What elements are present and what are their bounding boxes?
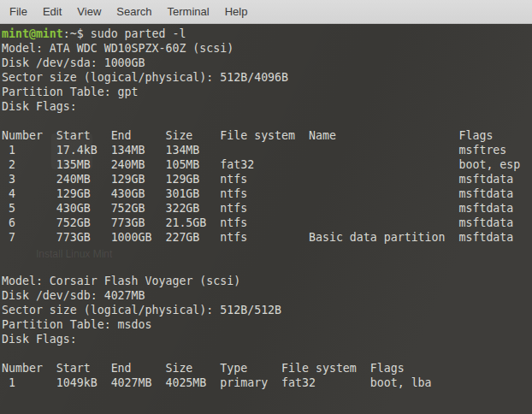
menu-search[interactable]: Search bbox=[109, 0, 159, 23]
disk1-partition-table: Partition Table: gpt bbox=[2, 85, 532, 99]
disk1-table-header: Number Start End Size File system Name F… bbox=[2, 128, 532, 143]
disk1-device: Disk /dev/sda: 1000GB bbox=[2, 56, 532, 70]
disk2-partition-table: Partition Table: msdos bbox=[2, 317, 532, 332]
menu-help[interactable]: Help bbox=[217, 0, 256, 23]
col-flags: Flags bbox=[458, 128, 493, 143]
blank-line bbox=[2, 114, 532, 128]
disk1-disk-flags: Disk Flags: bbox=[2, 99, 532, 114]
terminal-menubar: File Edit View Search Terminal Help bbox=[0, 0, 532, 24]
disk2-model: Model: Corsair Flash Voyager (scsi) bbox=[2, 274, 532, 288]
disk2-table-header: Number Start End Size Type File system F… bbox=[2, 361, 532, 376]
blank-line bbox=[2, 259, 532, 274]
prompt-line: mint@mint:~$ sudo parted -l bbox=[2, 27, 532, 41]
col-type: Type bbox=[220, 361, 247, 376]
col-end: End bbox=[111, 361, 132, 376]
table-row: 7 773GB 1000GB 227GB ntfs Basic data par… bbox=[2, 230, 532, 245]
col-file-system: File system bbox=[281, 361, 357, 376]
command-text: sudo parted -l bbox=[91, 27, 186, 40]
menu-view[interactable]: View bbox=[69, 0, 109, 23]
disk1-model: Model: ATA WDC WD10SPZX-60Z (scsi) bbox=[2, 41, 532, 56]
terminal-output-area[interactable]: Install Linux Mint mint@mint:~$ sudo par… bbox=[0, 24, 532, 414]
menu-edit[interactable]: Edit bbox=[35, 0, 69, 23]
table-row: 3 240MB 129GB 129GB ntfs msftdata bbox=[2, 172, 532, 186]
table-row: 5 430GB 752GB 322GB ntfs msftdata bbox=[2, 201, 532, 216]
col-end: End bbox=[111, 128, 132, 143]
blank-line bbox=[2, 346, 532, 361]
table-row: 1 17.4kB 134MB 134MB msftres bbox=[2, 143, 532, 157]
disk2-disk-flags: Disk Flags: bbox=[2, 332, 532, 346]
col-size: Size bbox=[165, 128, 192, 143]
table-row: 1 1049kB 4027MB 4025MB primary fat32 boo… bbox=[2, 376, 532, 390]
disk2-device: Disk /dev/sdb: 4027MB bbox=[2, 288, 532, 303]
col-name: Name bbox=[309, 128, 336, 143]
table-row: 2 135MB 240MB 105MB fat32 boot, esp bbox=[2, 157, 532, 172]
col-number: Number bbox=[2, 361, 43, 376]
prompt-suffix: :~$ bbox=[63, 27, 91, 40]
menu-file[interactable]: File bbox=[2, 0, 35, 23]
table-row: 6 752GB 773GB 21.5GB ntfs msftdata bbox=[2, 216, 532, 230]
prompt-user-host: mint@mint bbox=[2, 27, 63, 40]
col-start: Start bbox=[56, 361, 91, 376]
blank-line bbox=[2, 245, 532, 259]
menu-terminal[interactable]: Terminal bbox=[160, 0, 217, 23]
col-file-system: File system bbox=[220, 128, 295, 143]
disk2-sector-size: Sector size (logical/physical): 512B/512… bbox=[2, 303, 532, 317]
col-size: Size bbox=[165, 361, 192, 376]
table-row: 4 129GB 430GB 301GB ntfs msftdata bbox=[2, 186, 532, 201]
col-number: Number bbox=[2, 128, 43, 143]
disk1-sector-size: Sector size (logical/physical): 512B/409… bbox=[2, 70, 532, 85]
col-flags: Flags bbox=[370, 361, 405, 376]
col-start: Start bbox=[56, 128, 91, 143]
